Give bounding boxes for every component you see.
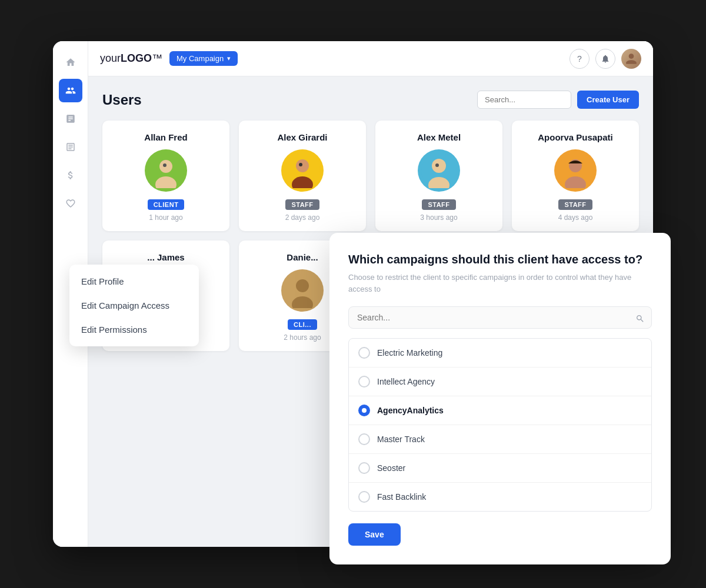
campaign-item-4[interactable]: Master Track (349, 425, 651, 454)
help-icon: ? (577, 54, 582, 64)
page-header: Users Create User (102, 91, 639, 109)
header: yourLOGO™ My Campaign ? (88, 41, 653, 76)
svg-point-5 (296, 159, 309, 172)
campaign-modal: Which campaigns should this client have … (329, 233, 671, 564)
user-card-1: Allan Fred CLIENT 1 hour ago (102, 121, 229, 231)
modal-search-wrapper (348, 306, 652, 333)
app-container: yourLOGO™ My Campaign ? Users (53, 41, 653, 547)
campaign-radio-2[interactable] (358, 376, 370, 387)
modal-title: Which campaigns should this client have … (348, 252, 652, 267)
campaign-radio-3[interactable] (358, 405, 370, 416)
sidebar-item-campaigns[interactable] (59, 135, 82, 159)
avatar-img-3 (421, 153, 457, 188)
campaign-name-1: Electric Marketing (377, 348, 442, 358)
user-name-1: Allan Fred (112, 132, 220, 142)
user-avatar-header[interactable] (621, 49, 641, 69)
campaign-radio-1[interactable] (358, 347, 370, 359)
user-card-2: Alex Girardi STAFF 2 days ago (239, 121, 366, 231)
context-menu-edit-permissions[interactable]: Edit Permissions (69, 318, 199, 342)
search-icon (635, 314, 645, 326)
sidebar-item-reports[interactable] (59, 107, 82, 131)
search-input[interactable] (477, 91, 571, 109)
user-card-3: Alex Metel STAFF 3 hours ago (375, 121, 502, 231)
svg-point-9 (432, 159, 446, 173)
campaign-list: Electric Marketing Intellect Agency Agen… (348, 338, 652, 512)
modal-subtitle: Choose to restrict the client to specifi… (348, 272, 652, 295)
user-role-1: CLIENT (148, 199, 185, 210)
campaign-radio-6[interactable] (358, 491, 370, 503)
svg-point-3 (163, 163, 166, 167)
save-button[interactable]: Save (348, 523, 401, 546)
user-role-4: STAFF (558, 199, 592, 210)
svg-point-11 (435, 163, 439, 167)
user-avatar-1 (145, 149, 187, 192)
user-avatar-2 (281, 149, 324, 192)
svg-point-19 (296, 279, 309, 292)
avatar-img-4 (558, 153, 593, 188)
context-menu: Edit Profile Edit Campaign Access Edit P… (69, 265, 199, 346)
context-menu-edit-campaign-access[interactable]: Edit Campaign Access (69, 293, 199, 318)
user-avatar-icon (625, 52, 638, 65)
sidebar-item-activity[interactable] (59, 192, 82, 215)
user-role-2: STAFF (285, 199, 319, 210)
svg-point-7 (299, 163, 302, 166)
notifications-button[interactable] (595, 49, 615, 69)
user-time-2: 2 days ago (248, 213, 357, 222)
modal-search-input[interactable] (348, 306, 652, 329)
campaign-name-6: Fast Backlink (377, 492, 426, 502)
campaign-radio-5[interactable] (358, 462, 370, 474)
campaign-name-4: Master Track (377, 435, 425, 444)
campaign-item-6[interactable]: Fast Backlink (349, 483, 651, 511)
user-time-1: 1 hour ago (112, 213, 220, 222)
page-title: Users (102, 92, 142, 108)
user-role-3: STAFF (422, 199, 455, 210)
user-name-3: Alex Metel (385, 132, 493, 142)
user-avatar-6 (281, 269, 324, 312)
avatar-img-2 (285, 153, 320, 188)
campaign-radio-4[interactable] (358, 433, 370, 445)
user-name-5: ... James (112, 252, 220, 262)
campaign-name-3: AgencyAnalytics (377, 406, 444, 415)
user-card-4: Apoorva Pusapati STAFF 4 days ago (512, 121, 639, 231)
header-left: yourLOGO™ My Campaign (100, 51, 238, 66)
campaign-selector[interactable]: My Campaign (169, 51, 238, 66)
user-name-4: Apoorva Pusapati (521, 132, 630, 142)
campaign-item-1[interactable]: Electric Marketing (349, 339, 651, 368)
sidebar-item-users[interactable] (59, 79, 82, 102)
app-logo: yourLOGO™ (100, 52, 162, 65)
campaign-item-5[interactable]: Seoster (349, 454, 651, 483)
context-menu-edit-profile[interactable]: Edit Profile (69, 269, 199, 293)
help-button[interactable]: ? (570, 49, 590, 69)
sidebar-item-home[interactable] (59, 51, 82, 74)
user-role-6: CLI... (288, 319, 317, 330)
bell-icon (601, 54, 610, 64)
user-avatar-4 (554, 149, 597, 192)
avatar-img-6 (285, 273, 320, 308)
campaign-item-2[interactable]: Intellect Agency (349, 368, 651, 396)
campaign-item-3[interactable]: AgencyAnalytics (349, 396, 651, 425)
user-time-4: 4 days ago (521, 213, 630, 222)
user-time-3: 3 hours ago (385, 213, 493, 222)
header-right: ? (570, 49, 641, 69)
page-actions: Create User (477, 91, 639, 109)
user-name-2: Alex Girardi (248, 132, 357, 142)
campaign-name-2: Intellect Agency (377, 377, 435, 386)
campaign-name-5: Seoster (377, 463, 405, 473)
avatar-img-1 (148, 153, 184, 188)
user-avatar-3 (418, 149, 460, 192)
create-user-button[interactable]: Create User (577, 91, 639, 109)
sidebar-item-billing[interactable] (59, 163, 82, 187)
